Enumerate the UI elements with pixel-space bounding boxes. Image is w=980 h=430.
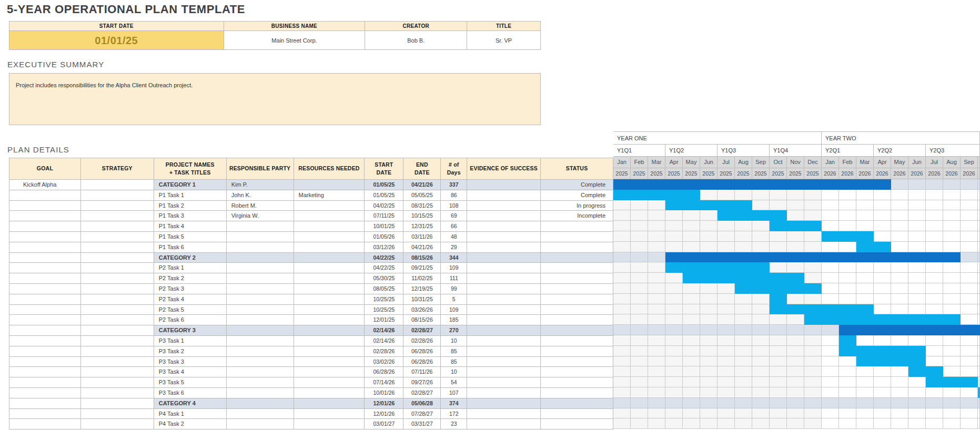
gantt-cell[interactable] [683, 221, 700, 231]
gantt-cell[interactable] [735, 294, 752, 304]
cell-status[interactable] [541, 367, 613, 377]
gantt-cell[interactable] [978, 408, 980, 419]
gantt-cell[interactable] [683, 377, 700, 387]
gantt-cell[interactable] [700, 356, 718, 367]
gantt-cell[interactable] [891, 242, 908, 252]
cell-goal[interactable] [9, 273, 81, 284]
cell-evidence[interactable] [467, 201, 541, 211]
gantt-cell[interactable] [908, 273, 926, 283]
cell-task[interactable]: P1 Task 1 [154, 190, 227, 201]
cell-resources[interactable] [294, 201, 365, 211]
gantt-cell[interactable] [648, 366, 665, 377]
cell-end[interactable]: 09/27/26 [403, 377, 441, 388]
gantt-cell[interactable] [648, 346, 665, 356]
cell-party[interactable] [227, 325, 294, 336]
gantt-cell[interactable] [752, 242, 770, 252]
cell-start[interactable]: 07/14/26 [365, 377, 403, 388]
cell-end[interactable]: 10/15/25 [403, 211, 441, 221]
cell-resources[interactable] [294, 180, 365, 190]
gantt-cell[interactable] [700, 398, 718, 408]
gantt-cell[interactable] [683, 314, 700, 325]
gantt-cell[interactable] [978, 398, 980, 408]
cell-task[interactable]: P2 Task 6 [154, 315, 227, 325]
cell-evidence[interactable] [467, 305, 541, 315]
gantt-cell[interactable] [926, 210, 943, 221]
gantt-cell[interactable] [631, 294, 648, 304]
cell-start[interactable]: 04/02/25 [365, 201, 403, 211]
gantt-cell[interactable] [874, 190, 891, 200]
cell-start[interactable]: 04/22/25 [365, 263, 403, 273]
executive-summary-box[interactable]: Project includes responsibilities for th… [9, 73, 541, 125]
gantt-cell[interactable] [770, 335, 787, 346]
gantt-cell[interactable] [961, 200, 978, 211]
gantt-cell[interactable] [700, 325, 718, 335]
cell-days[interactable]: 29 [441, 242, 467, 253]
gantt-cell[interactable] [648, 304, 665, 315]
gantt-cell[interactable] [804, 398, 822, 408]
gantt-cell[interactable] [961, 398, 978, 408]
gantt-cell[interactable] [822, 377, 839, 387]
cell-resources[interactable] [294, 377, 365, 388]
gantt-cell[interactable] [700, 231, 718, 242]
cell-task[interactable]: P4 Task 1 [154, 409, 227, 419]
cell-party[interactable] [227, 221, 294, 232]
cell-strategy[interactable] [81, 273, 154, 284]
gantt-cell[interactable] [613, 314, 631, 325]
gantt-cell[interactable] [891, 179, 908, 190]
gantt-cell[interactable] [839, 210, 856, 221]
gantt-cell[interactable] [613, 273, 631, 283]
cell-party[interactable]: Virginia W. [227, 211, 294, 221]
gantt-cell[interactable] [648, 294, 665, 304]
gantt-cell[interactable] [752, 366, 770, 377]
gantt-cell[interactable] [631, 335, 648, 346]
gantt-cell[interactable] [683, 231, 700, 242]
gantt-cell[interactable] [943, 304, 961, 315]
cell-evidence[interactable] [467, 232, 541, 242]
cell-party[interactable] [227, 253, 294, 263]
gantt-cell[interactable] [804, 377, 822, 387]
gantt-cell[interactable] [752, 304, 770, 315]
cell-end[interactable]: 04/21/26 [403, 180, 441, 190]
gantt-cell[interactable] [978, 418, 980, 429]
cell-end[interactable]: 09/21/25 [403, 263, 441, 273]
gantt-cell[interactable] [961, 387, 978, 398]
gantt-cell[interactable] [822, 273, 839, 283]
cell-start[interactable]: 04/22/25 [365, 253, 403, 263]
gantt-cell[interactable] [891, 398, 908, 408]
gantt-cell[interactable] [943, 294, 961, 304]
gantt-cell[interactable] [874, 221, 891, 231]
cell-end[interactable]: 08/15/26 [403, 253, 441, 263]
cell-task[interactable]: P3 Task 3 [154, 357, 227, 367]
gantt-cell[interactable] [961, 242, 978, 252]
cell-strategy[interactable] [81, 398, 154, 409]
gantt-cell[interactable] [718, 221, 735, 231]
cell-task[interactable]: P2 Task 2 [154, 273, 227, 284]
cell-start[interactable]: 12/01/26 [365, 398, 403, 409]
cell-status[interactable] [541, 242, 613, 253]
gantt-cell[interactable] [926, 262, 943, 273]
cell-task[interactable]: P3 Task 1 [154, 336, 227, 346]
gantt-cell[interactable] [908, 335, 926, 346]
cell-strategy[interactable] [81, 388, 154, 398]
gantt-cell[interactable] [631, 221, 648, 231]
gantt-cell[interactable] [822, 190, 839, 200]
cell-status[interactable] [541, 253, 613, 263]
gantt-cell[interactable] [787, 242, 804, 252]
gantt-cell[interactable] [735, 398, 752, 408]
gantt-cell[interactable] [822, 200, 839, 211]
gantt-cell[interactable] [648, 356, 665, 367]
cell-start[interactable]: 02/14/26 [365, 336, 403, 346]
cell-strategy[interactable] [81, 346, 154, 357]
gantt-cell[interactable] [926, 221, 943, 231]
gantt-cell[interactable] [804, 294, 822, 304]
gantt-cell[interactable] [926, 190, 943, 200]
gantt-cell[interactable] [926, 294, 943, 304]
gantt-cell[interactable] [804, 262, 822, 273]
gantt-cell[interactable] [874, 210, 891, 221]
gantt-cell[interactable] [856, 294, 874, 304]
gantt-cell[interactable] [874, 273, 891, 283]
gantt-cell[interactable] [735, 304, 752, 315]
cell-resources[interactable] [294, 336, 365, 346]
gantt-cell[interactable] [908, 283, 926, 294]
cell-days[interactable]: 172 [441, 409, 467, 419]
